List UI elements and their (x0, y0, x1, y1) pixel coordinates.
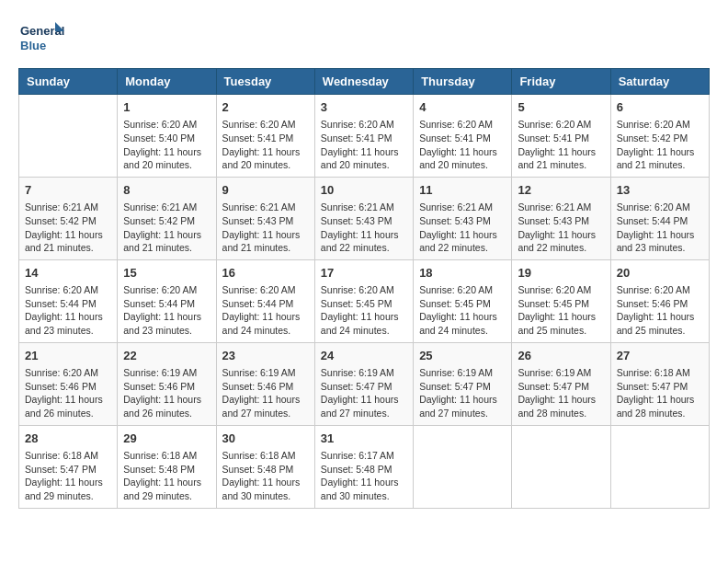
day-number: 6 (617, 99, 703, 116)
calendar-cell: 2Sunrise: 6:20 AMSunset: 5:41 PMDaylight… (216, 95, 314, 178)
day-info: Sunrise: 6:19 AMSunset: 5:46 PMDaylight:… (222, 366, 309, 420)
calendar-cell: 29Sunrise: 6:18 AMSunset: 5:48 PMDayligh… (118, 425, 216, 508)
logo: General Blue (18, 18, 64, 59)
day-number: 10 (321, 182, 407, 199)
day-info: Sunrise: 6:17 AMSunset: 5:48 PMDaylight:… (321, 449, 407, 503)
calendar-week-2: 7Sunrise: 6:21 AMSunset: 5:42 PMDaylight… (19, 177, 710, 259)
day-number: 22 (123, 348, 210, 364)
calendar-cell: 31Sunrise: 6:17 AMSunset: 5:48 PMDayligh… (314, 425, 413, 508)
day-info: Sunrise: 6:20 AMSunset: 5:41 PMDaylight:… (222, 118, 309, 172)
header-tuesday: Tuesday (216, 69, 314, 95)
day-info: Sunrise: 6:20 AMSunset: 5:46 PMDaylight:… (25, 366, 111, 420)
calendar: SundayMondayTuesdayWednesdayThursdayFrid… (18, 68, 710, 509)
day-info: Sunrise: 6:19 AMSunset: 5:47 PMDaylight:… (419, 366, 506, 420)
day-number: 2 (222, 99, 309, 116)
calendar-cell (19, 95, 118, 178)
calendar-cell: 3Sunrise: 6:20 AMSunset: 5:41 PMDaylight… (314, 95, 413, 178)
calendar-cell: 20Sunrise: 6:20 AMSunset: 5:46 PMDayligh… (610, 259, 709, 342)
calendar-cell: 13Sunrise: 6:20 AMSunset: 5:44 PMDayligh… (610, 177, 709, 259)
calendar-cell: 25Sunrise: 6:19 AMSunset: 5:47 PMDayligh… (414, 342, 512, 425)
calendar-cell: 7Sunrise: 6:21 AMSunset: 5:42 PMDaylight… (19, 177, 118, 259)
header-monday: Monday (118, 69, 216, 95)
header-sunday: Sunday (19, 69, 118, 95)
day-number: 25 (419, 348, 506, 364)
calendar-cell: 24Sunrise: 6:19 AMSunset: 5:47 PMDayligh… (314, 342, 413, 425)
day-info: Sunrise: 6:19 AMSunset: 5:47 PMDaylight:… (518, 366, 604, 420)
calendar-cell: 21Sunrise: 6:20 AMSunset: 5:46 PMDayligh… (19, 342, 118, 425)
day-number: 13 (617, 182, 703, 199)
header-thursday: Thursday (414, 69, 512, 95)
calendar-week-5: 28Sunrise: 6:18 AMSunset: 5:47 PMDayligh… (19, 425, 710, 508)
day-info: Sunrise: 6:21 AMSunset: 5:42 PMDaylight:… (25, 201, 111, 255)
day-number: 16 (222, 265, 309, 282)
day-number: 11 (419, 182, 506, 199)
header-saturday: Saturday (610, 69, 709, 95)
day-number: 26 (518, 348, 604, 364)
calendar-cell: 27Sunrise: 6:18 AMSunset: 5:47 PMDayligh… (610, 342, 709, 425)
day-info: Sunrise: 6:20 AMSunset: 5:44 PMDaylight:… (25, 283, 111, 338)
calendar-cell: 16Sunrise: 6:20 AMSunset: 5:44 PMDayligh… (216, 259, 314, 342)
calendar-cell: 11Sunrise: 6:21 AMSunset: 5:43 PMDayligh… (414, 177, 512, 259)
day-info: Sunrise: 6:18 AMSunset: 5:48 PMDaylight:… (123, 449, 210, 503)
day-info: Sunrise: 6:20 AMSunset: 5:45 PMDaylight:… (419, 283, 506, 338)
day-info: Sunrise: 6:19 AMSunset: 5:47 PMDaylight:… (321, 366, 407, 420)
day-number: 5 (518, 99, 604, 116)
day-info: Sunrise: 6:20 AMSunset: 5:41 PMDaylight:… (321, 118, 407, 172)
day-number: 20 (617, 265, 703, 282)
day-number: 1 (123, 99, 210, 116)
calendar-cell: 12Sunrise: 6:21 AMSunset: 5:43 PMDayligh… (512, 177, 610, 259)
day-number: 29 (123, 431, 210, 447)
calendar-cell: 4Sunrise: 6:20 AMSunset: 5:41 PMDaylight… (414, 95, 512, 178)
day-info: Sunrise: 6:21 AMSunset: 5:43 PMDaylight:… (518, 201, 604, 255)
day-info: Sunrise: 6:20 AMSunset: 5:46 PMDaylight:… (617, 283, 703, 338)
day-info: Sunrise: 6:20 AMSunset: 5:44 PMDaylight:… (123, 283, 210, 338)
svg-text:Blue: Blue (20, 39, 46, 52)
calendar-cell: 23Sunrise: 6:19 AMSunset: 5:46 PMDayligh… (216, 342, 314, 425)
day-number: 30 (222, 431, 309, 447)
day-number: 18 (419, 265, 506, 282)
day-number: 23 (222, 348, 309, 364)
calendar-cell (414, 425, 512, 508)
day-info: Sunrise: 6:20 AMSunset: 5:40 PMDaylight:… (123, 118, 210, 172)
day-info: Sunrise: 6:19 AMSunset: 5:46 PMDaylight:… (123, 366, 210, 420)
calendar-cell: 5Sunrise: 6:20 AMSunset: 5:41 PMDaylight… (512, 95, 610, 178)
calendar-week-3: 14Sunrise: 6:20 AMSunset: 5:44 PMDayligh… (19, 259, 710, 342)
day-number: 12 (518, 182, 604, 199)
header: General Blue (18, 18, 710, 59)
day-number: 4 (419, 99, 506, 116)
calendar-week-1: 1Sunrise: 6:20 AMSunset: 5:40 PMDaylight… (19, 95, 710, 178)
day-info: Sunrise: 6:21 AMSunset: 5:42 PMDaylight:… (123, 201, 210, 255)
day-info: Sunrise: 6:18 AMSunset: 5:47 PMDaylight:… (617, 366, 703, 420)
calendar-cell: 15Sunrise: 6:20 AMSunset: 5:44 PMDayligh… (118, 259, 216, 342)
day-info: Sunrise: 6:18 AMSunset: 5:47 PMDaylight:… (25, 449, 111, 503)
calendar-cell: 19Sunrise: 6:20 AMSunset: 5:45 PMDayligh… (512, 259, 610, 342)
day-number: 19 (518, 265, 604, 282)
day-info: Sunrise: 6:20 AMSunset: 5:41 PMDaylight:… (419, 118, 506, 172)
calendar-cell: 28Sunrise: 6:18 AMSunset: 5:47 PMDayligh… (19, 425, 118, 508)
calendar-cell: 30Sunrise: 6:18 AMSunset: 5:48 PMDayligh… (216, 425, 314, 508)
day-info: Sunrise: 6:21 AMSunset: 5:43 PMDaylight:… (222, 201, 309, 255)
calendar-cell: 9Sunrise: 6:21 AMSunset: 5:43 PMDaylight… (216, 177, 314, 259)
day-info: Sunrise: 6:20 AMSunset: 5:44 PMDaylight:… (617, 201, 703, 255)
day-info: Sunrise: 6:21 AMSunset: 5:43 PMDaylight:… (321, 201, 407, 255)
calendar-cell: 6Sunrise: 6:20 AMSunset: 5:42 PMDaylight… (610, 95, 709, 178)
calendar-cell (610, 425, 709, 508)
calendar-cell: 1Sunrise: 6:20 AMSunset: 5:40 PMDaylight… (118, 95, 216, 178)
day-number: 15 (123, 265, 210, 282)
day-number: 9 (222, 182, 309, 199)
calendar-cell: 10Sunrise: 6:21 AMSunset: 5:43 PMDayligh… (314, 177, 413, 259)
calendar-cell: 22Sunrise: 6:19 AMSunset: 5:46 PMDayligh… (118, 342, 216, 425)
day-number: 8 (123, 182, 210, 199)
day-number: 24 (321, 348, 407, 364)
calendar-cell: 17Sunrise: 6:20 AMSunset: 5:45 PMDayligh… (314, 259, 413, 342)
calendar-cell: 8Sunrise: 6:21 AMSunset: 5:42 PMDaylight… (118, 177, 216, 259)
calendar-week-4: 21Sunrise: 6:20 AMSunset: 5:46 PMDayligh… (19, 342, 710, 425)
calendar-cell (512, 425, 610, 508)
day-number: 3 (321, 99, 407, 116)
day-number: 28 (25, 431, 111, 447)
day-info: Sunrise: 6:20 AMSunset: 5:45 PMDaylight:… (321, 283, 407, 338)
day-number: 31 (321, 431, 407, 447)
header-wednesday: Wednesday (314, 69, 413, 95)
day-info: Sunrise: 6:20 AMSunset: 5:42 PMDaylight:… (617, 118, 703, 172)
calendar-header-row: SundayMondayTuesdayWednesdayThursdayFrid… (19, 69, 710, 95)
